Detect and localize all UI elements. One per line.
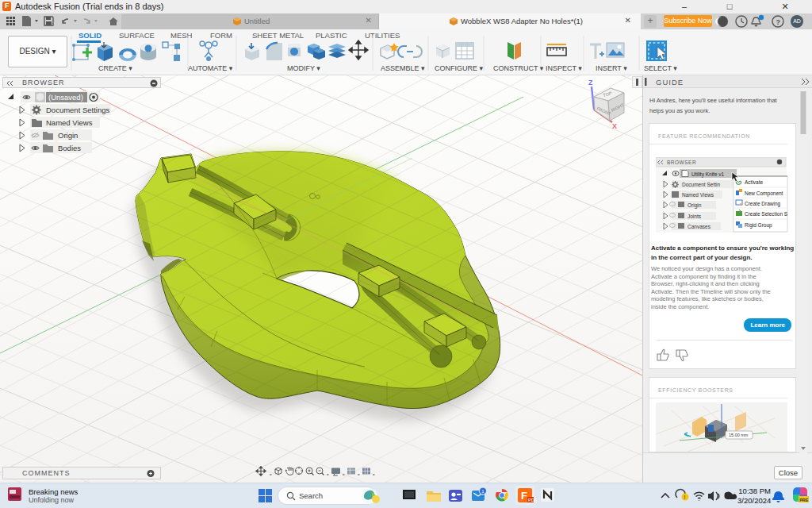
svg-text:Joints: Joints xyxy=(688,214,702,219)
svg-text:F: F xyxy=(521,490,527,502)
svg-text:Document Settin: Document Settin xyxy=(682,182,720,187)
svg-text:New Component: New Component xyxy=(745,190,783,197)
svg-text:Named Views: Named Views xyxy=(682,192,714,198)
svg-text:Create Drawing: Create Drawing xyxy=(745,201,781,207)
svg-text:Canvases: Canvases xyxy=(688,224,711,229)
svg-text:15.00 mm: 15.00 mm xyxy=(729,433,749,437)
svg-text:BROWSER: BROWSER xyxy=(667,160,696,165)
svg-text:Z: Z xyxy=(588,79,593,87)
svg-text:PDF: PDF xyxy=(528,498,538,502)
svg-text:!: ! xyxy=(684,495,686,500)
svg-text:X: X xyxy=(612,122,617,130)
svg-text:Rigid Group: Rigid Group xyxy=(745,222,772,229)
svg-text:?: ? xyxy=(776,18,781,26)
svg-text:PRE: PRE xyxy=(799,498,809,502)
svg-text:Create Selection S: Create Selection S xyxy=(745,211,788,217)
svg-text:Origin: Origin xyxy=(688,202,702,209)
svg-text:Activate: Activate xyxy=(745,179,764,185)
svg-text:Utility Knife v1: Utility Knife v1 xyxy=(691,171,725,178)
